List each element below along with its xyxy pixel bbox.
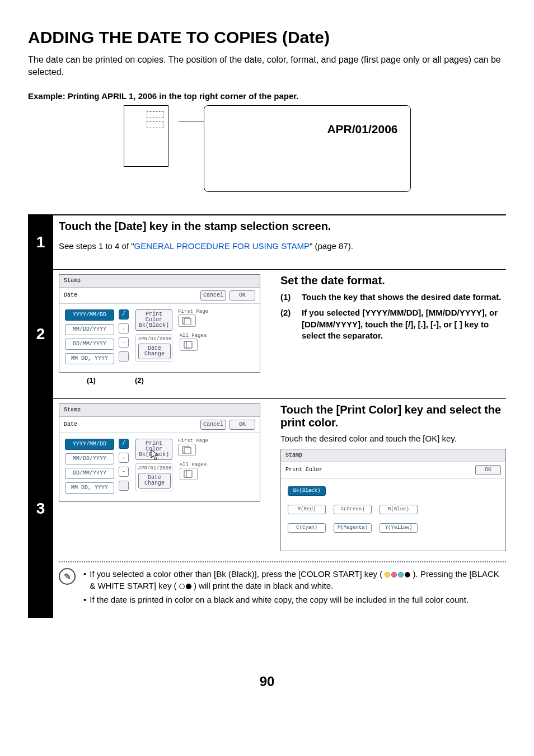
format-yyyymmdd[interactable]: YYYY/MM/DD — [65, 309, 114, 321]
format-column: YYYY/MM/DD MM/DD/YYYY DD/MM/YYYY MM DD, … — [65, 309, 114, 364]
notes-block: ✎ • If you selected a color other than [… — [59, 568, 506, 608]
color-y[interactable]: Y(Yellow) — [380, 523, 418, 533]
first-page-icon[interactable] — [178, 314, 196, 327]
step-3: 3 Stamp Date Cancel OK YYYY/MM/DD — [28, 399, 506, 618]
step-2-title: Set the date format. — [280, 274, 506, 287]
sep-dash[interactable]: - — [119, 337, 129, 348]
bw-start-dots-icon — [179, 584, 191, 589]
intro-text: The date can be printed on copies. The p… — [28, 54, 506, 78]
panel-title: Stamp — [59, 275, 260, 288]
page-column: First Page All Pages — [178, 309, 208, 364]
panel-subtitle: Date — [64, 293, 197, 298]
color-start-dots-icon — [385, 572, 410, 577]
page-number: 90 — [28, 674, 506, 689]
step-1-num: 1 — [28, 215, 53, 269]
color-panel-title: Stamp — [281, 449, 505, 462]
example-figure: APR/01/2006 — [28, 105, 506, 192]
format-mmddyyyy-3[interactable]: MM/DD/YYYY — [65, 453, 114, 464]
date-format-panel: Stamp Date Cancel OK YYYY/MM/DD MM/DD/YY… — [59, 274, 260, 373]
callout-labels: (1) (2) — [59, 376, 260, 384]
color-m[interactable]: M(Magenta) — [334, 523, 372, 533]
sep-space[interactable] — [119, 351, 129, 361]
page-title: ADDING THE DATE TO COPIES (Date) — [28, 28, 506, 47]
date-panel-step3: Stamp Date Cancel OK YYYY/MM/DD MM/DD/YY… — [59, 403, 260, 502]
color-b[interactable]: B(Blue) — [380, 505, 418, 514]
sep-dot[interactable]: . — [119, 323, 129, 334]
step-1-sub: See steps 1 to 4 of "GENERAL PROCEDURE F… — [59, 241, 506, 251]
all-pages-label: All Pages — [180, 334, 207, 339]
sep-slash-3[interactable]: / — [119, 439, 129, 449]
sep-space-3[interactable] — [119, 481, 129, 491]
step-3-sub: Touch the desired color and touch the [O… — [280, 434, 506, 443]
color-r[interactable]: R(Red) — [288, 505, 326, 514]
print-color-button-3[interactable]: Print Color Bk(Black) — [135, 439, 172, 460]
format-ddmmyyyy-3[interactable]: DD/MM/YYYY — [65, 468, 114, 479]
large-sheet: APR/01/2006 — [204, 105, 411, 192]
date-change-button-3[interactable]: Date Change — [138, 473, 171, 489]
separator-column: / . - — [119, 309, 129, 364]
example-label: Example: Printing APRIL 1, 2006 in the t… — [28, 91, 506, 101]
format-mmdd-yyyy-3[interactable]: MM DD, YYYY — [65, 482, 114, 494]
svg-rect-1 — [184, 318, 191, 325]
ok-button[interactable]: OK — [229, 290, 255, 300]
step-3-num: 3 — [28, 399, 53, 618]
format-mmdd-yyyy[interactable]: MM DD, YYYY — [65, 353, 114, 364]
first-page-label: First Page — [178, 309, 208, 314]
panel-subtitle-3: Date — [64, 422, 197, 428]
color-ok-button[interactable]: OK — [475, 465, 501, 475]
panel-title-3: Stamp — [59, 404, 260, 417]
small-sheet — [124, 105, 168, 167]
step-2-sub-2: (2) If you selected [YYYY/MM/DD], [MM/DD… — [280, 307, 506, 341]
print-color-panel: Stamp Print Color OK Bk(Black) R(Red) G( — [280, 449, 506, 551]
color-bk[interactable]: Bk(Black) — [288, 486, 326, 496]
step-3-title: Touch the [Print Color] key and select t… — [280, 403, 506, 429]
format-ddmmyyyy[interactable]: DD/MM/YYYY — [65, 339, 114, 350]
svg-rect-3 — [186, 341, 192, 348]
step-2-sub-1: (1) Touch the key that shows the desired… — [280, 292, 506, 303]
note-2: • If the date is printed in color on a b… — [83, 594, 506, 605]
color-panel-sub: Print Color — [285, 467, 472, 473]
sep-slash[interactable]: / — [119, 309, 129, 320]
sep-dash-3[interactable]: - — [119, 467, 129, 477]
svg-rect-7 — [186, 471, 192, 477]
format-yyyymmdd-3[interactable]: YYYY/MM/DD — [65, 439, 114, 450]
print-color-button[interactable]: Print Color Bk(Black) — [135, 309, 172, 331]
ok-button-3[interactable]: OK — [229, 420, 255, 430]
step-1-title: Touch the [Date] key in the stamp select… — [59, 220, 506, 233]
step-1: 1 Touch the [Date] key in the stamp sele… — [28, 215, 506, 269]
stamp-procedure-link[interactable]: GENERAL PROCEDURE FOR USING STAMP — [134, 241, 310, 251]
cancel-button[interactable]: Cancel — [200, 290, 226, 300]
note-1: • If you selected a color other than [Bk… — [83, 568, 506, 591]
first-page-icon-3[interactable] — [178, 444, 196, 456]
all-pages-icon[interactable] — [180, 339, 198, 351]
step-2: 2 Stamp Date Cancel OK YYYY/MM/DD — [28, 270, 506, 398]
svg-rect-5 — [184, 448, 191, 454]
date-change-button[interactable]: Date Change — [138, 344, 171, 359]
example-date: APR/01/2006 — [327, 123, 397, 135]
cursor-icon — [151, 449, 161, 461]
date-value: APR/01/2006 — [138, 337, 170, 342]
sep-dot-3[interactable]: . — [119, 453, 129, 463]
step-2-num: 2 — [28, 270, 53, 398]
color-c[interactable]: C(Cyan) — [288, 523, 326, 533]
all-pages-icon-3[interactable] — [180, 468, 198, 480]
format-mmddyyyy[interactable]: MM/DD/YYYY — [65, 324, 114, 335]
info-column: Print Color Bk(Black) APR/01/2006 Date C… — [135, 309, 172, 364]
color-g[interactable]: G(Green) — [334, 505, 372, 514]
cancel-button-3[interactable]: Cancel — [200, 420, 226, 430]
date-value-3: APR/01/2006 — [138, 466, 170, 471]
pencil-icon: ✎ — [59, 568, 76, 585]
